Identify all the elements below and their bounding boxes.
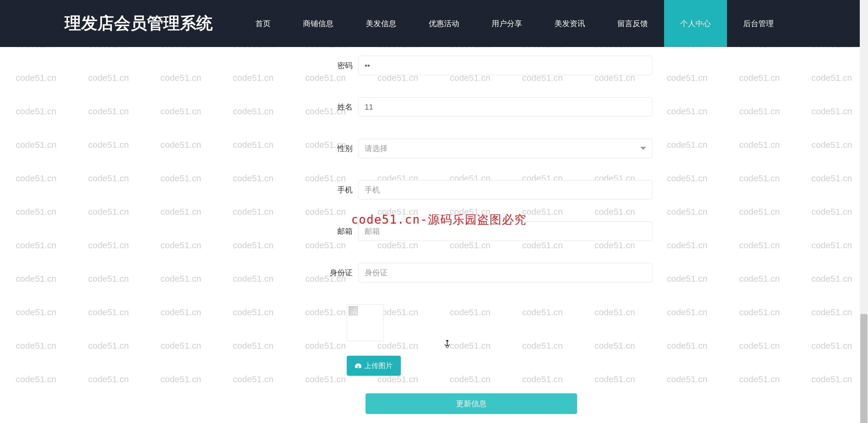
header: 理发店会员管理系统 首页 商铺信息 美发信息 优惠活动 用户分享 美发资讯 留言… [0, 0, 868, 47]
form-row-email: 邮箱 [0, 222, 868, 241]
broken-image-icon [349, 306, 358, 315]
idcard-label: 身份证 [323, 268, 352, 278]
scrollbar-track[interactable] [860, 0, 868, 423]
gender-label: 性别 [323, 143, 352, 154]
nav-hair-info[interactable]: 美发信息 [350, 0, 412, 47]
phone-input[interactable] [359, 180, 652, 199]
update-info-button[interactable]: 更新信息 [366, 393, 577, 414]
form-row-gender: 性别 请选择 [0, 139, 868, 158]
upload-button-label: 上传图片 [364, 361, 393, 370]
form-row-name: 姓名 [0, 97, 868, 117]
form-row-phone: 手机 [0, 180, 868, 199]
email-input[interactable] [359, 222, 652, 241]
site-logo: 理发店会员管理系统 [65, 12, 213, 35]
upload-image-button[interactable]: 上传图片 [347, 356, 401, 376]
nav-home[interactable]: 首页 [239, 0, 287, 47]
nav-profile[interactable]: 个人中心 [664, 0, 727, 47]
name-input[interactable] [359, 97, 652, 117]
chevron-down-icon [640, 147, 646, 150]
email-label: 邮箱 [323, 226, 352, 236]
nav-admin[interactable]: 后台管理 [727, 0, 790, 47]
name-label: 姓名 [323, 102, 352, 112]
form-row-idcard: 身份证 [0, 263, 868, 282]
password-input[interactable] [359, 56, 652, 75]
nav-feedback[interactable]: 留言反馈 [601, 0, 664, 47]
nav-shop-info[interactable]: 商铺信息 [287, 0, 350, 47]
idcard-input[interactable] [359, 263, 652, 282]
gender-select[interactable]: 请选择 [359, 139, 652, 158]
image-preview [347, 304, 383, 341]
form-row-password: 密码 [0, 56, 868, 75]
gender-placeholder: 请选择 [365, 143, 388, 154]
cloud-upload-icon [355, 363, 362, 368]
nav-promotions[interactable]: 优惠活动 [412, 0, 475, 47]
phone-label: 手机 [323, 185, 352, 195]
main-nav: 首页 商铺信息 美发信息 优惠活动 用户分享 美发资讯 留言反馈 个人中心 后台… [239, 0, 803, 47]
nav-user-share[interactable]: 用户分享 [475, 0, 538, 47]
password-label: 密码 [323, 61, 352, 71]
content-area: 密码 姓名 性别 请选择 手机 邮箱 身份证 上传图片 更新信息 退出登录 [0, 47, 868, 423]
nav-hair-news[interactable]: 美发资讯 [538, 0, 601, 47]
scrollbar-thumb[interactable] [860, 314, 867, 423]
